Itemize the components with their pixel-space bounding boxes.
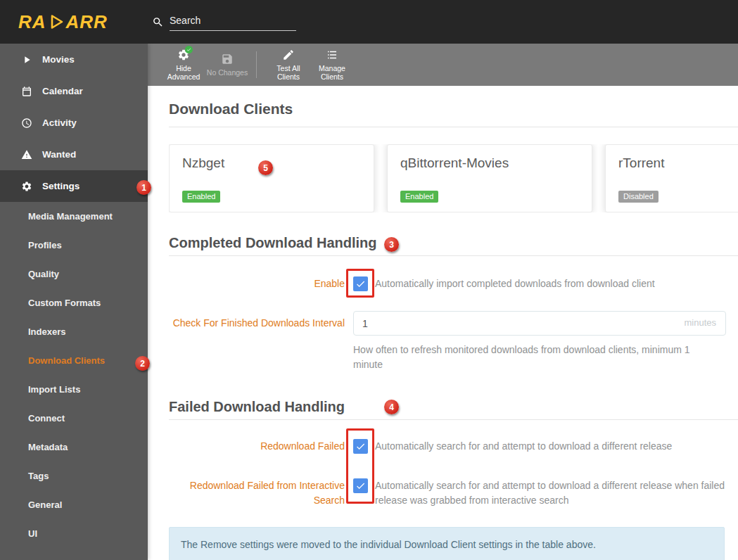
save-changes-button[interactable]: No Changes xyxy=(205,53,249,77)
status-badge: Disabled xyxy=(618,191,659,203)
sidebar-item-ui[interactable]: UI xyxy=(0,519,148,548)
sidebar-item-tags[interactable]: Tags xyxy=(0,462,148,490)
sidebar-item-wanted[interactable]: Wanted xyxy=(0,139,148,170)
interval-input[interactable] xyxy=(353,311,726,336)
sidebar-item-custom-formats[interactable]: Custom Formats xyxy=(0,288,148,317)
settings-toolbar: Hide Advanced No Changes Test All Client… xyxy=(148,44,738,86)
main-content: Download Clients Nzbget Enabled qBittorr… xyxy=(148,86,738,560)
sidebar-item-indexers[interactable]: Indexers xyxy=(0,317,148,346)
sidebar-item-label: Settings xyxy=(42,181,79,191)
redownload-failed-interactive-label: Redownload Failed from Interactive Searc… xyxy=(169,478,345,508)
check-badge-icon xyxy=(185,46,193,53)
redownload-failed-label: Redownload Failed xyxy=(169,439,345,454)
sidebar-item-activity[interactable]: Activity xyxy=(0,107,148,139)
tool-label: Test All Clients xyxy=(267,64,310,81)
sidebar-item-calendar[interactable]: Calendar xyxy=(0,75,148,107)
logo-text-right: ARR xyxy=(66,11,108,33)
gear-icon xyxy=(20,180,33,193)
save-icon xyxy=(221,53,234,65)
sidebar-item-download-clients[interactable]: Download Clients xyxy=(0,346,148,375)
hide-advanced-button[interactable]: Hide Advanced xyxy=(162,49,205,81)
enable-row: Enable Automatically import completed do… xyxy=(169,276,738,291)
sub-item-label: Download Clients xyxy=(28,355,105,366)
status-badge: Enabled xyxy=(400,191,438,203)
toolbar-separator xyxy=(256,51,257,78)
radarr-logo[interactable]: RA ARR xyxy=(0,11,148,33)
sub-item-label: Profiles xyxy=(28,240,62,250)
redownload-failed-help-text: Automatically search for and attempt to … xyxy=(375,439,672,454)
warning-icon xyxy=(20,148,33,161)
interval-row: Check For Finished Downloads Interval mi… xyxy=(169,311,738,336)
annotation-badge-5: 5 xyxy=(258,160,273,175)
sub-item-label: Quality xyxy=(28,269,59,279)
sidebar-item-general[interactable]: General xyxy=(0,490,148,519)
advanced-gear-icon xyxy=(177,49,190,61)
interval-input-wrap: minutes xyxy=(353,311,726,336)
search-input[interactable] xyxy=(170,13,296,31)
sidebar-item-quality[interactable]: Quality xyxy=(0,260,148,288)
sub-item-label: Custom Formats xyxy=(28,298,101,308)
sidebar-item-metadata[interactable]: Metadata xyxy=(0,433,148,462)
annotation-badge-2: 2 xyxy=(135,356,150,371)
sub-item-label: Tags xyxy=(28,471,49,481)
logo-text-left: RA xyxy=(18,11,46,33)
search-bar xyxy=(152,13,296,31)
completed-download-handling-title: Completed Download Handling xyxy=(169,234,738,256)
search-icon xyxy=(152,16,164,28)
tool-label: Manage Clients xyxy=(310,64,354,81)
status-badge: Enabled xyxy=(182,191,220,203)
annotation-badge-4: 4 xyxy=(384,400,399,414)
enable-label: Enable xyxy=(169,276,345,291)
sidebar-item-label: Movies xyxy=(42,54,75,65)
tool-label: Hide Advanced xyxy=(162,64,205,81)
client-card-nzbget[interactable]: Nzbget Enabled xyxy=(169,144,374,212)
redownload-failed-interactive-row: Redownload Failed from Interactive Searc… xyxy=(169,478,738,508)
interval-label: Check For Finished Downloads Interval xyxy=(169,316,345,331)
client-card-rtorrent[interactable]: rTorrent Disabled xyxy=(605,144,738,212)
sidebar: Movies Calendar Activity Wanted Settings… xyxy=(0,44,148,560)
annotation-badge-1: 1 xyxy=(136,180,151,195)
client-name: rTorrent xyxy=(618,155,738,171)
sidebar-item-label: Activity xyxy=(42,117,77,128)
redownload-failed-interactive-help-text: Automatically search for and attempt to … xyxy=(375,478,730,508)
client-card-qbittorrent-movies[interactable]: qBittorrent-Movies Enabled xyxy=(387,144,592,212)
redownload-failed-row: Redownload Failed Automatically search f… xyxy=(169,439,738,454)
test-all-clients-button[interactable]: Test All Clients xyxy=(267,49,310,81)
download-client-cards: Nzbget Enabled qBittorrent-Movies Enable… xyxy=(169,144,738,212)
sidebar-item-movies[interactable]: Movies xyxy=(0,44,148,75)
annotation-rect-failed-checkboxes xyxy=(346,428,374,504)
client-name: qBittorrent-Movies xyxy=(400,155,579,171)
sidebar-item-settings[interactable]: Settings xyxy=(0,170,148,202)
sub-item-label: Import Lists xyxy=(28,384,80,395)
clock-icon xyxy=(20,117,33,129)
top-bar: RA ARR xyxy=(0,0,738,44)
pencil-icon xyxy=(282,49,295,61)
sub-item-label: Connect xyxy=(28,413,65,424)
failed-download-handling-title: Failed Download Handling xyxy=(169,398,738,420)
manage-clients-button[interactable]: Manage Clients xyxy=(310,49,354,81)
sub-item-label: Metadata xyxy=(28,442,68,452)
calendar-icon xyxy=(20,85,33,98)
list-icon xyxy=(326,49,338,61)
annotation-rect-enable-checkbox xyxy=(346,269,374,298)
radarr-app: RA ARR Movies Calendar Activity Wanted xyxy=(0,0,738,560)
sidebar-item-label: Calendar xyxy=(42,86,83,96)
sidebar-item-label: Wanted xyxy=(42,149,76,160)
sidebar-item-media-management[interactable]: Media Management xyxy=(0,202,148,231)
tool-label: No Changes xyxy=(207,68,248,77)
sub-item-label: Media Management xyxy=(28,211,113,222)
sidebar-item-connect[interactable]: Connect xyxy=(0,404,148,433)
info-alert: The Remove settings were moved to the in… xyxy=(169,527,725,560)
sub-item-label: UI xyxy=(28,528,37,539)
sub-item-label: General xyxy=(28,499,62,510)
page-title: Download Clients xyxy=(169,100,738,127)
play-icon xyxy=(20,53,33,66)
annotation-badge-3: 3 xyxy=(384,237,399,252)
sub-item-label: Indexers xyxy=(28,326,65,337)
sidebar-item-profiles[interactable]: Profiles xyxy=(0,231,148,260)
sidebar-item-import-lists[interactable]: Import Lists xyxy=(0,375,148,404)
interval-help-text: How often to refresh monitored downloads… xyxy=(353,343,701,372)
play-logo-icon xyxy=(48,13,65,30)
enable-help-text: Automatically import completed downloads… xyxy=(375,276,655,291)
